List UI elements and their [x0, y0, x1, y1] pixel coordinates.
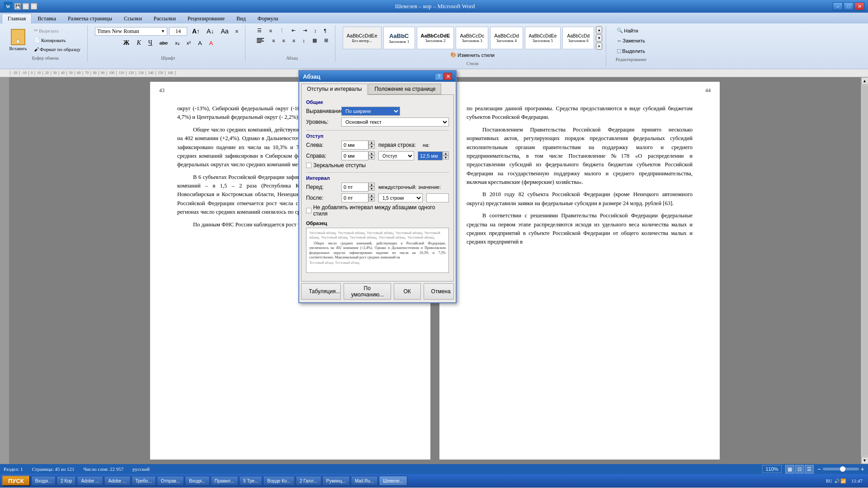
taskbar-item-4[interactable]: Требо... [132, 476, 156, 486]
before-spin-up[interactable]: ▲ [368, 183, 375, 187]
italic-button[interactable]: К [133, 38, 144, 48]
tab-formula[interactable]: Формула [252, 14, 284, 23]
zoom-level[interactable]: 110% [762, 465, 781, 473]
tab-references[interactable]: Ссылки [118, 14, 148, 23]
font-size-input[interactable]: 14 [169, 27, 187, 36]
style-normal[interactable]: AaBbCcDdEe Без интер... [343, 27, 382, 49]
taskbar-item-8[interactable]: 5 Тре... [239, 476, 262, 486]
alignment-select[interactable]: По ширине [341, 107, 400, 116]
spacing-value-input[interactable] [426, 193, 449, 202]
zoom-slider[interactable] [823, 468, 859, 470]
find-button[interactable]: 🔍 Найти [613, 26, 648, 35]
subscript-button[interactable]: x₂ [172, 39, 183, 47]
zoom-plus-btn[interactable]: + [861, 465, 864, 473]
dialog-tab-indent[interactable]: Отступы и интервалы [301, 84, 368, 95]
scroll-thumb[interactable] [862, 85, 868, 456]
ok-btn[interactable]: ОК [394, 283, 421, 300]
view-web-btn[interactable]: ☰ [805, 465, 814, 474]
indent-increase-btn[interactable]: ⇥ [300, 26, 310, 35]
replace-button[interactable]: ↔ Заменить [613, 37, 648, 45]
style-heading4[interactable]: AaBbCcDd Заголовок 4 [490, 27, 523, 49]
no-space-checkbox[interactable] [306, 208, 311, 213]
bullets-btn[interactable]: ☰ [254, 26, 265, 35]
style-heading5[interactable]: AaBbCcDdEe Заголовок 5 [525, 27, 561, 49]
paragraph-dialog[interactable]: Абзац ? ✕ Отступы и интервалы Положение … [298, 70, 457, 303]
highlight-btn[interactable]: A [195, 38, 205, 48]
taskbar-item-0[interactable]: Входя... [31, 476, 56, 486]
tabs-btn[interactable]: Табуляция... [301, 283, 341, 300]
strikethrough-button[interactable]: abe [156, 39, 171, 47]
sort-btn[interactable]: ↕ [311, 26, 320, 35]
default-btn[interactable]: По умолчанию... [344, 283, 391, 300]
left-spin-up[interactable]: ▲ [368, 141, 375, 145]
show-hide-btn[interactable]: ¶ [321, 26, 330, 35]
scroll-up-btn[interactable]: ▲ [861, 77, 868, 84]
after-spin-down[interactable]: ▼ [368, 197, 375, 202]
align-center-btn[interactable]: ≡ [269, 36, 278, 45]
align-justify-btn[interactable]: ≡ [289, 36, 298, 45]
taskbar-item-11[interactable]: Румянц... [322, 476, 350, 486]
dialog-tab-position[interactable]: Положение на странице [368, 84, 441, 94]
zoom-minus-btn[interactable]: − [817, 465, 821, 473]
view-full-btn[interactable]: ⊡ [795, 465, 804, 474]
right-spin-up[interactable]: ▲ [368, 151, 375, 155]
right-spin-down[interactable]: ▼ [368, 155, 375, 160]
tab-view[interactable]: Вид [231, 14, 252, 23]
taskbar-item-13[interactable]: Шевеле... [379, 476, 407, 486]
first-line-spin-up[interactable]: ▲ [443, 151, 449, 155]
style-scroll-up[interactable]: ▲ [596, 26, 602, 33]
taskbar-item-5[interactable]: Отправ... [157, 476, 184, 486]
line-spacing-btn[interactable]: ↕ [299, 36, 308, 45]
line-spacing-select[interactable]: 1,5 строки [378, 193, 423, 202]
tab-mailings[interactable]: Рассылки [148, 14, 182, 23]
multilevel-btn[interactable]: ⋮ [276, 26, 288, 35]
style-scroll-down[interactable]: ▼ [596, 34, 602, 42]
first-line-select[interactable]: Отступ [378, 151, 414, 160]
tab-review[interactable]: Рецензирование [182, 14, 231, 23]
decrease-font-btn[interactable]: A↓ [203, 26, 217, 36]
start-button[interactable]: ПУСК [2, 475, 30, 486]
maximize-btn[interactable]: □ [844, 2, 854, 10]
dialog-close-btn[interactable]: ✕ [444, 73, 452, 80]
level-select[interactable]: Основной текст [341, 117, 449, 127]
clear-format-btn[interactable]: Aa [217, 26, 231, 36]
first-line-spin-down[interactable]: ▼ [443, 155, 449, 160]
after-input[interactable] [341, 193, 368, 202]
numbering-btn[interactable]: ≡ [266, 26, 275, 35]
change-styles-btn[interactable]: 🎨 Изменить стили [447, 51, 498, 59]
change-case-btn[interactable]: ≡ [232, 26, 241, 36]
left-input[interactable] [341, 141, 368, 150]
quick-undo-btn[interactable]: ↩ [23, 3, 29, 9]
scroll-down-btn[interactable]: ▼ [861, 457, 868, 464]
bold-button[interactable]: Ж [120, 38, 133, 48]
quick-redo-btn[interactable]: ↪ [31, 3, 37, 9]
format-painter-button[interactable]: 🖌 Формат по образцу [31, 45, 84, 53]
page-right-text[interactable]: по реализации данной программы. Средства… [467, 104, 693, 247]
taskbar-item-12[interactable]: Mail.Ru... [351, 476, 378, 486]
quick-save-btn[interactable]: 💾 [14, 3, 21, 9]
mirror-checkbox[interactable] [306, 163, 311, 168]
minimize-btn[interactable]: – [833, 2, 843, 10]
dialog-help-btn[interactable]: ? [435, 73, 443, 80]
vertical-scrollbar[interactable]: ▲ ▼ [861, 77, 868, 464]
cancel-btn[interactable]: Отмена [424, 283, 454, 300]
tab-home[interactable]: Главная [2, 14, 32, 24]
before-spin-down[interactable]: ▼ [368, 187, 375, 191]
left-spin-down[interactable]: ▼ [368, 145, 375, 149]
cut-button[interactable]: ✂ Вырезать [31, 26, 84, 35]
style-expand[interactable]: ▾ [596, 42, 602, 50]
taskbar-item-3[interactable]: Adobe ... [104, 476, 130, 486]
align-right-btn[interactable]: ≡ [279, 36, 288, 45]
style-heading1[interactable]: AaBbC Заголовок 1 [383, 27, 415, 49]
underline-button[interactable]: Ч [145, 38, 156, 48]
font-name-selector[interactable]: Times New Roman ▼ [95, 27, 167, 36]
style-heading2[interactable]: AaBbCcDdE Заголовок 2 [417, 27, 454, 49]
shading-btn[interactable]: ▦ [309, 36, 320, 45]
indent-decrease-btn[interactable]: ⇤ [288, 26, 299, 35]
tab-insert[interactable]: Вставка [32, 14, 62, 23]
before-input[interactable] [341, 183, 368, 192]
align-left-btn[interactable] [253, 36, 268, 45]
style-heading3[interactable]: AaBbCcDc Заголовок 3 [456, 27, 488, 49]
copy-button[interactable]: 📄 Копировать [31, 36, 84, 44]
increase-font-btn[interactable]: A↑ [189, 26, 203, 36]
